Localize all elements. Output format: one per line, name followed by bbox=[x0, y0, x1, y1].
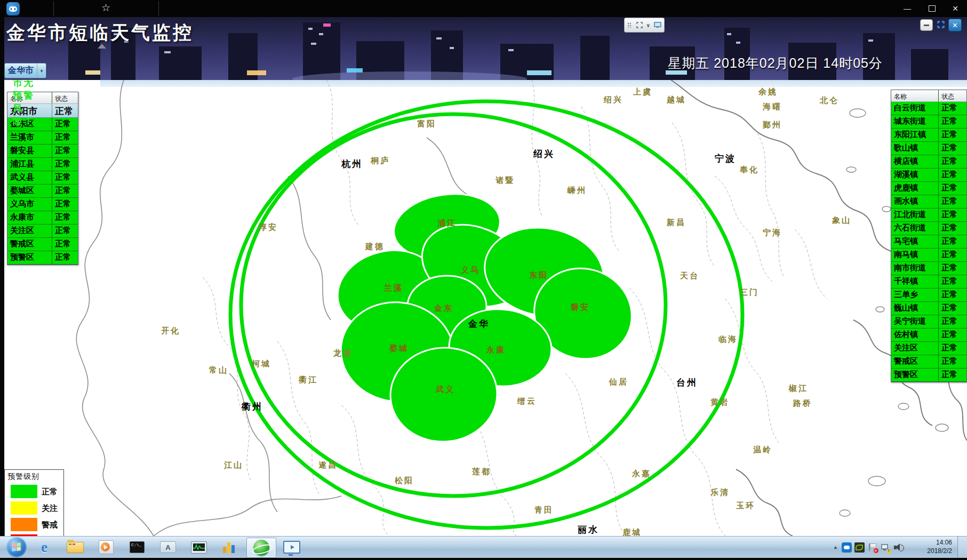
table-row[interactable]: 虎鹿镇正常 bbox=[891, 182, 966, 195]
region-dropdown[interactable]: 金华市 ▾ bbox=[4, 63, 46, 78]
row-name: 巍山镇 bbox=[891, 302, 939, 315]
row-name: 画水镇 bbox=[891, 195, 939, 208]
table-row[interactable]: 千祥镇正常 bbox=[891, 275, 966, 289]
row-status: 正常 bbox=[939, 262, 966, 275]
system-tray: ▲ ✕ bbox=[833, 537, 904, 558]
app-minimize-button[interactable] bbox=[920, 19, 933, 31]
taskbar-media-player[interactable] bbox=[92, 538, 121, 557]
row-name: 虎鹿镇 bbox=[891, 182, 939, 195]
table-row[interactable]: 义乌市正常 bbox=[7, 198, 78, 211]
fullscreen-icon[interactable] bbox=[636, 22, 643, 28]
tray-nvidia-icon[interactable] bbox=[854, 542, 865, 553]
table-row[interactable]: 白云街道正常 bbox=[891, 102, 966, 115]
table-row[interactable]: 兰溪市正常 bbox=[7, 131, 78, 145]
table-row[interactable]: 三单乡正常 bbox=[891, 289, 966, 302]
table-row[interactable]: 预警区正常 bbox=[891, 369, 966, 382]
taskbar-internet-explorer[interactable]: e bbox=[30, 538, 59, 557]
table-row[interactable]: 永康市正常 bbox=[7, 211, 78, 225]
row-status: 正常 bbox=[939, 275, 966, 288]
dropdown-arrow-icon[interactable]: ▾ bbox=[37, 63, 46, 78]
tray-clock[interactable]: 14:06 2018/2/2 bbox=[919, 538, 952, 555]
table-row[interactable]: 南市街道正常 bbox=[891, 262, 966, 275]
tray-action-center-icon[interactable]: ✕ bbox=[867, 542, 877, 553]
app-close-button[interactable]: ✕ bbox=[948, 19, 962, 31]
taskbar-display-player[interactable] bbox=[277, 538, 306, 557]
favorite-star-icon[interactable]: ☆ bbox=[101, 2, 110, 14]
tray-teamviewer-icon[interactable] bbox=[842, 542, 852, 553]
legend-label: 关注 bbox=[42, 503, 58, 514]
row-status: 正常 bbox=[939, 129, 966, 141]
table-row[interactable]: 江北街道正常 bbox=[891, 209, 966, 222]
taskbar-system-monitor[interactable] bbox=[185, 538, 213, 557]
row-status: 正常 bbox=[52, 198, 77, 211]
clock-time: 14:06 bbox=[919, 538, 952, 547]
show-desktop-button[interactable] bbox=[957, 537, 967, 558]
taskbar-chart-app[interactable] bbox=[215, 538, 244, 557]
table-row[interactable]: 画水镇正常 bbox=[891, 195, 966, 209]
column-header-name[interactable]: 名称 bbox=[891, 90, 939, 101]
table-row[interactable]: 城东街道正常 bbox=[891, 115, 966, 129]
taskbar-dev-folder[interactable]: A bbox=[154, 538, 182, 557]
teamviewer-icon[interactable] bbox=[6, 2, 20, 15]
table-row[interactable]: 警戒区正常 bbox=[7, 238, 78, 251]
flag-glyph bbox=[870, 543, 876, 548]
legend-title: 预警级别 bbox=[5, 470, 63, 482]
table-row[interactable]: 浦江县正常 bbox=[7, 158, 78, 171]
windows-taskbar: e C:\_ A ▲ ✕ bbox=[0, 536, 967, 558]
row-status: 正常 bbox=[939, 289, 966, 301]
table-row[interactable]: 警戒区正常 bbox=[891, 355, 966, 369]
window-maximize-button[interactable] bbox=[921, 2, 942, 15]
window-close-button[interactable]: ✕ bbox=[945, 2, 966, 15]
table-row[interactable]: 歌山镇正常 bbox=[891, 142, 966, 155]
row-status: 正常 bbox=[52, 251, 77, 264]
grid-icon[interactable] bbox=[627, 22, 633, 28]
zhejiang-province-map[interactable] bbox=[4, 80, 967, 536]
column-header-status[interactable]: 状态 bbox=[52, 92, 77, 103]
taskbar-weather-monitor-active[interactable] bbox=[246, 538, 276, 558]
windows-flag-icon bbox=[12, 542, 21, 552]
row-status: 正常 bbox=[939, 209, 966, 221]
row-name: 警戒区 bbox=[7, 238, 52, 251]
table-row[interactable]: 武义县正常 bbox=[7, 171, 78, 185]
taskbar-windows-explorer[interactable] bbox=[61, 538, 90, 557]
window-minimize-button[interactable]: — bbox=[897, 2, 918, 15]
table-row[interactable]: 婺城区正常 bbox=[7, 185, 78, 198]
table-row[interactable]: 东阳江镇正常 bbox=[891, 129, 966, 142]
row-status: 正常 bbox=[52, 131, 77, 144]
column-header-status[interactable]: 状态 bbox=[939, 90, 966, 101]
table-row[interactable]: 湖溪镇正常 bbox=[891, 169, 966, 182]
table-row[interactable]: 佐村镇正常 bbox=[891, 329, 966, 342]
row-status: 正常 bbox=[52, 238, 77, 251]
row-status: 正常 bbox=[939, 342, 966, 355]
session-mini-toolbar[interactable]: ∨ bbox=[624, 18, 665, 33]
table-row[interactable]: 磐安县正常 bbox=[7, 145, 78, 158]
chevron-down-icon[interactable]: ∨ bbox=[646, 22, 650, 28]
jinhua-green-counties[interactable] bbox=[329, 188, 644, 445]
row-name: 南市街道 bbox=[891, 262, 939, 275]
table-row[interactable]: 马宅镇正常 bbox=[891, 235, 966, 249]
table-row[interactable]: 关注区正常 bbox=[891, 342, 966, 355]
start-button[interactable] bbox=[6, 537, 27, 557]
table-row[interactable]: 吴宁街道正常 bbox=[891, 315, 966, 329]
tray-volume-icon[interactable] bbox=[893, 542, 903, 553]
table-row[interactable]: 南马镇正常 bbox=[891, 249, 966, 262]
row-name: 湖溪镇 bbox=[891, 169, 939, 181]
taskbar-command-prompt[interactable]: C:\_ bbox=[123, 538, 151, 557]
table-row[interactable]: 巍山镇正常 bbox=[891, 302, 966, 315]
map-canvas[interactable] bbox=[4, 80, 967, 536]
table-row[interactable]: 预警区正常 bbox=[7, 251, 78, 265]
nvidia-eye-glyph bbox=[856, 545, 863, 550]
row-name: 永康市 bbox=[7, 211, 52, 224]
monitor-icon[interactable] bbox=[654, 22, 661, 28]
table-row[interactable]: 六石街道正常 bbox=[891, 222, 966, 235]
table-row[interactable]: 关注区正常 bbox=[7, 225, 78, 238]
row-status: 正常 bbox=[52, 118, 77, 131]
tools-folder-icon: A bbox=[160, 541, 176, 553]
table-row[interactable]: 横店镇正常 bbox=[891, 155, 966, 169]
tray-expand-icon[interactable]: ▲ bbox=[833, 545, 838, 550]
toolbar-collapse-arrow[interactable] bbox=[98, 44, 106, 49]
table-header: 名称 状态 bbox=[891, 90, 966, 102]
app-resize-button[interactable] bbox=[935, 19, 947, 30]
row-name: 三单乡 bbox=[891, 289, 939, 301]
tray-network-warning-icon[interactable] bbox=[880, 542, 890, 553]
